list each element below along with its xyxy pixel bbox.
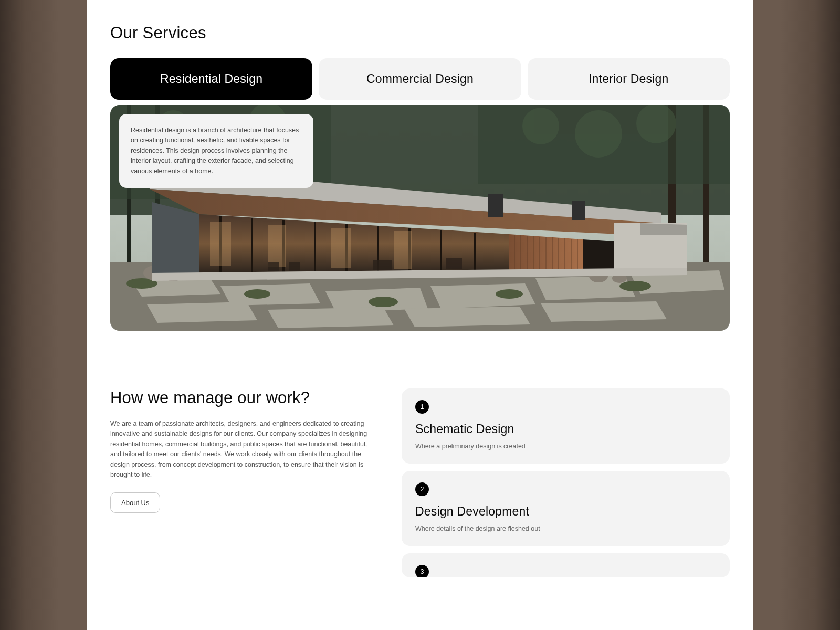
svg-marker-24 <box>541 301 667 322</box>
step-title: Schematic Design <box>415 422 716 436</box>
svg-rect-49 <box>331 228 351 268</box>
svg-rect-73 <box>446 258 462 269</box>
manage-title: How we manage our work? <box>110 388 370 407</box>
step-number: 1 <box>415 400 429 414</box>
tab-residential[interactable]: Residential Design <box>110 58 312 100</box>
step-number: 3 <box>415 565 429 578</box>
services-title: Our Services <box>110 24 730 43</box>
hero-description-text: Residential design is a branch of archit… <box>131 127 299 175</box>
svg-rect-71 <box>289 262 300 271</box>
hero-description-card: Residential design is a branch of archit… <box>119 114 313 188</box>
svg-rect-50 <box>394 231 412 269</box>
step-card-2: 2 Design Development Where details of th… <box>402 471 730 546</box>
svg-marker-23 <box>404 307 530 327</box>
about-us-button[interactable]: About Us <box>110 492 160 513</box>
svg-point-26 <box>244 289 270 299</box>
svg-rect-67 <box>488 194 503 217</box>
svg-marker-51 <box>152 202 200 273</box>
svg-point-29 <box>620 281 651 291</box>
svg-point-13 <box>636 105 676 143</box>
step-card-3: 3 <box>402 553 730 578</box>
svg-marker-22 <box>268 307 394 328</box>
step-card-1: 1 Schematic Design Where a preliminary d… <box>402 388 730 464</box>
tab-interior[interactable]: Interior Design <box>528 58 730 100</box>
svg-point-12 <box>575 110 622 158</box>
svg-point-11 <box>522 108 559 144</box>
svg-point-28 <box>496 289 523 299</box>
step-desc: Where a preliminary design is created <box>415 443 716 450</box>
svg-rect-72 <box>373 260 392 270</box>
svg-rect-70 <box>268 262 279 271</box>
step-title: Design Development <box>415 505 716 519</box>
tab-commercial[interactable]: Commercial Design <box>319 58 521 100</box>
svg-marker-64 <box>583 239 614 271</box>
hero-image: Residential design is a branch of archit… <box>110 105 730 331</box>
step-desc: Where details of the design are fleshed … <box>415 525 716 532</box>
svg-rect-68 <box>572 201 585 220</box>
manage-body: We are a team of passionate architects, … <box>110 419 370 480</box>
svg-rect-48 <box>268 225 286 267</box>
svg-rect-47 <box>210 222 231 266</box>
svg-marker-66 <box>640 223 687 235</box>
step-number: 2 <box>415 482 429 496</box>
manage-section: How we manage our work? We are a team of… <box>110 388 730 578</box>
services-tabs: Residential Design Commercial Design Int… <box>110 58 730 100</box>
svg-point-27 <box>369 297 398 307</box>
svg-marker-21 <box>147 302 257 323</box>
